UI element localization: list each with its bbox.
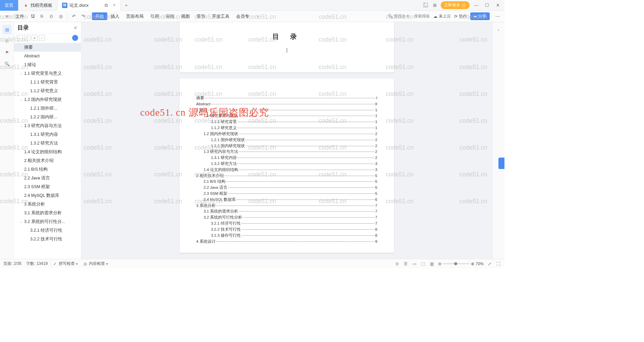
zoom-in-icon[interactable]: ⊕ <box>471 262 474 266</box>
outline-item[interactable]: 1.2.2 国内研... <box>14 113 81 121</box>
feedback-tab[interactable] <box>498 158 504 169</box>
tab-close-icon[interactable]: ✕ <box>113 3 116 7</box>
file-menu[interactable]: 文件 <box>12 12 28 21</box>
outline-title: 目录 <box>17 24 29 32</box>
bookmark-rail-icon[interactable]: ⚑ <box>2 48 12 57</box>
outline-item[interactable]: 1.1.2 研究意义 <box>14 87 81 95</box>
outline-item[interactable]: 摘要 <box>14 43 81 52</box>
outline-item[interactable]: 1.3.2 研究方法 <box>14 139 81 148</box>
new-tab-button[interactable]: ＋ <box>121 2 131 8</box>
menu-overflow-icon[interactable]: › <box>253 12 262 21</box>
toc-row: 3.2.3 操作可行性8 <box>196 233 377 239</box>
toc-row: 1.1.2 研究意义1 <box>196 125 377 131</box>
toc-row: 4 系统设计9 <box>196 239 377 245</box>
collaborate-button[interactable]: ⟳协作 <box>454 13 467 19</box>
print-icon[interactable]: ⎙ <box>47 12 56 21</box>
menu-4[interactable]: 审阅 <box>162 12 178 20</box>
toc-row: 2.3 SSM 框架5 <box>196 191 377 197</box>
menu-7[interactable]: 开发工具 <box>209 12 233 20</box>
outline-item[interactable]: ⌄1.2 国内外研究现状 <box>14 95 81 104</box>
view-klass-icon[interactable]: ⊙ <box>394 261 400 267</box>
outline-item[interactable]: 2.2 Java 语言 <box>14 174 81 182</box>
hamburger-icon[interactable]: ≡ <box>3 12 11 21</box>
save-icon[interactable]: 🖫 <box>28 12 37 21</box>
login-button[interactable]: 立即登录 <box>441 1 470 9</box>
page-indicator[interactable]: 页面: 2/35 <box>3 261 21 267</box>
outline-list[interactable]: 摘要Abstract1 绪论⌄1.1 研究背景与意义1.1.1 研究背景1.1.… <box>14 42 81 259</box>
word-count[interactable]: 字数: 13419 <box>26 261 48 267</box>
outline-rail-icon[interactable]: ▤ <box>2 25 12 34</box>
content-check-toggle[interactable]: ◎内容检查 ▾ <box>83 261 108 267</box>
toc-row: 1.4 论文的组织结构3 <box>196 167 377 173</box>
outline-item[interactable]: 2.4 MySQL 数据库 <box>14 191 81 200</box>
command-search[interactable]: 🔍 查找命令、搜索模板 <box>388 13 430 19</box>
tab-templates[interactable]: ♦ 找稻壳模板 <box>18 0 57 11</box>
outline-item[interactable]: ⌄3.2 系统的可行性分... <box>14 217 81 226</box>
outline-item[interactable]: 3.2.1 经济可行性 <box>14 226 81 235</box>
menu-6[interactable]: 章节 <box>193 12 209 20</box>
tab-popout-icon[interactable]: ⧉ <box>103 2 109 9</box>
search-rail-icon[interactable]: 🔍 <box>2 59 12 68</box>
menu-1[interactable]: 插入 <box>107 12 123 20</box>
view-print-icon[interactable]: ☰ <box>403 261 409 267</box>
undo-icon[interactable]: ↶ <box>69 12 78 21</box>
remove-heading-icon[interactable]: − <box>39 35 45 41</box>
document-canvas[interactable]: 目 录 摘要IAbstractII1 绪论11.1 研究背景与意义11.1.1 … <box>81 22 492 259</box>
menu-8[interactable]: 会员专 <box>233 12 253 20</box>
add-heading-icon[interactable]: + <box>32 35 38 41</box>
outline-item[interactable]: 2.1 B/S 结构 <box>14 165 81 174</box>
toc-row: 1.1.1 研究背景1 <box>196 119 377 125</box>
redo-icon[interactable]: ↷ <box>79 12 88 21</box>
toc-row: 3.2 系统的可行性分析7 <box>196 215 377 221</box>
outline-item[interactable]: 2.3 SSM 框架 <box>14 182 81 191</box>
close-window-icon[interactable]: ✕ <box>494 1 502 9</box>
toc-row: 2 相关技术介绍5 <box>196 173 377 179</box>
outline-item[interactable]: 2 相关技术介绍 <box>14 156 81 165</box>
cloud-status[interactable]: ☁未上云 <box>433 13 451 19</box>
tab-document[interactable]: W 论文.docx ⧉ ✕ <box>57 0 121 11</box>
zoom-value[interactable]: 70% <box>476 262 484 266</box>
menu-5[interactable]: 视图 <box>178 12 193 20</box>
spellcheck-toggle[interactable]: ✓拼写检查 ▾ <box>52 261 78 267</box>
zoom-control[interactable]: ⊖ ⊕ 70% <box>438 262 484 266</box>
menu-3[interactable]: 引用 <box>147 12 162 20</box>
more-icon[interactable]: ⋯ <box>493 12 502 21</box>
zoom-out-icon[interactable]: ⊖ <box>438 262 441 266</box>
outline-item[interactable]: 3.1 系统的需求分析 <box>14 209 81 217</box>
outline-item[interactable]: 1 绪论 <box>14 60 81 69</box>
share-button[interactable]: ➦分享 <box>470 12 490 20</box>
outline-item[interactable]: 3.2.2 技术可行性 <box>14 235 81 243</box>
word-icon: W <box>62 3 67 8</box>
locate-icon[interactable] <box>72 35 78 41</box>
view-web-icon[interactable]: ▭ <box>412 261 417 267</box>
outline-item[interactable]: 1.4 论文的组织结构 <box>14 148 81 156</box>
outline-item[interactable]: 1.3.1 研究内容 <box>14 130 81 139</box>
zoom-slider[interactable] <box>443 263 470 264</box>
reader-mode-icon[interactable]: ⿺ <box>422 2 429 9</box>
outline-item[interactable]: 1.2.1 国外研... <box>14 104 81 113</box>
page-rail-icon[interactable]: ⎘ <box>2 36 12 46</box>
outline-item[interactable]: Abstract <box>14 52 81 60</box>
content-check-icon: ◎ <box>83 261 88 267</box>
outline-item[interactable]: ⌄1.3 研究内容与方法 <box>14 121 81 130</box>
outline-item[interactable]: ⌄1.1 研究背景与意义 <box>14 69 81 78</box>
maximize-icon[interactable]: ☐ <box>483 1 491 9</box>
menu-2[interactable]: 页面布局 <box>123 12 147 20</box>
preview-icon[interactable]: ◎ <box>56 12 65 21</box>
expand-all-icon[interactable]: ⌃ <box>24 35 30 41</box>
grid-apps-icon[interactable]: ⊞ <box>431 2 438 9</box>
collapse-all-icon[interactable]: ⌄ <box>17 35 23 41</box>
save-as-icon[interactable]: ⎘ <box>38 12 46 21</box>
fullscreen-icon[interactable]: ⛶ <box>496 261 501 267</box>
menu-0[interactable]: 开始 <box>92 12 107 20</box>
view-read-icon[interactable]: ⬚ <box>421 261 426 267</box>
fit-page-icon[interactable]: ⤢ <box>487 261 492 267</box>
panel-close-icon[interactable]: ✕ <box>73 25 77 31</box>
outline-item[interactable]: 3 系统分析 <box>14 200 81 209</box>
minimize-icon[interactable]: — <box>472 1 480 9</box>
outline-item[interactable]: 1.1.1 研究背景 <box>14 78 81 87</box>
toc-row: 1.2.2 国内研究现状2 <box>196 143 377 149</box>
tab-home[interactable]: 首页 <box>0 0 18 11</box>
view-outline-icon[interactable]: ▥ <box>429 261 435 267</box>
right-rail-chevron-icon[interactable]: ‹ <box>494 25 503 34</box>
